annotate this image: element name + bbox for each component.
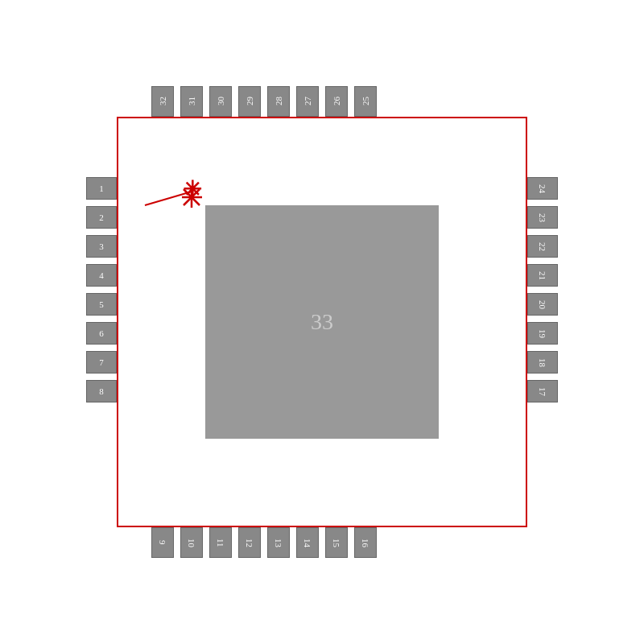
pin-10: 10 [180, 527, 203, 558]
pin-3: 3 [86, 235, 117, 258]
pin-12: 12 [238, 527, 261, 558]
die-label: 33 [311, 309, 333, 335]
pin-31: 31 [180, 86, 203, 117]
pin-14: 14 [296, 527, 319, 558]
pin-11: 11 [209, 527, 232, 558]
pin-17: 17 [527, 380, 558, 402]
pin-13: 13 [267, 527, 290, 558]
pin-25: 25 [354, 86, 377, 117]
pin-4: 4 [86, 264, 117, 287]
pin-22: 22 [527, 235, 558, 258]
pin-16: 16 [354, 527, 377, 558]
pin-28: 28 [267, 86, 290, 117]
pin-7: 7 [86, 351, 117, 374]
pin-29: 29 [238, 86, 261, 117]
pin-6: 6 [86, 322, 117, 345]
chip-package: 33 ✳ 32 31 30 29 28 27 26 25 [72, 72, 572, 572]
pin-26: 26 [325, 86, 348, 117]
pin-15: 15 [325, 527, 348, 558]
pin-21: 21 [527, 264, 558, 287]
pin-32: 32 [151, 86, 174, 117]
pin-23: 23 [527, 206, 558, 229]
pin-27: 27 [296, 86, 319, 117]
pin-2: 2 [86, 206, 117, 229]
pin-9: 9 [151, 527, 174, 558]
pin-8: 8 [86, 380, 117, 402]
pin-1: 1 [86, 177, 117, 200]
pin-19: 19 [527, 322, 558, 345]
chip-die: 33 [205, 205, 439, 439]
pin-30: 30 [209, 86, 232, 117]
pin-20: 20 [527, 293, 558, 316]
pin-5: 5 [86, 293, 117, 316]
pin-24: 24 [527, 177, 558, 200]
pin-18: 18 [527, 351, 558, 374]
